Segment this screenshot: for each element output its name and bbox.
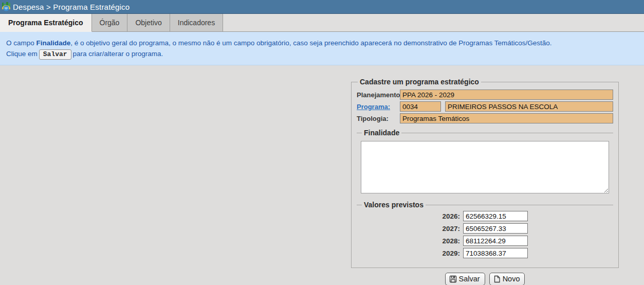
year-label-2029: 2029: (442, 250, 460, 257)
finalidade-legend: Finalidade (362, 129, 401, 137)
save-icon (449, 275, 457, 283)
valor-input-2027[interactable] (463, 223, 528, 234)
banner-text: para criar/alterar o programa. (73, 50, 163, 58)
tipologia-label: Tipologia: (357, 115, 400, 122)
valor-row-2026: 2026: (361, 211, 528, 221)
tab-objetivo[interactable]: Objetivo (127, 14, 170, 31)
app-logo-icon (2, 2, 11, 11)
planejamento-field[interactable] (400, 90, 613, 100)
valores-previstos-legend: Valores previstos (362, 201, 426, 209)
tab-indicadores[interactable]: Indicadores (170, 14, 223, 31)
form-legend: Cadastre um programa estratégico (358, 78, 481, 86)
valores-previstos-fieldset: Valores previstos 2026: 2027: 2028: 2029… (357, 201, 613, 260)
valor-input-2028[interactable] (463, 236, 528, 246)
valor-row-2028: 2028: (361, 236, 528, 246)
info-banner: O campo Finalidade, é o objetivo geral d… (0, 32, 644, 65)
program-form-fieldset: Cadastre um programa estratégico Planeja… (351, 78, 619, 268)
year-label-2027: 2027: (442, 225, 460, 233)
year-label-2028: 2028: (442, 237, 460, 245)
tab-orgao[interactable]: Órgão (92, 14, 128, 31)
tab-bar: Programa Estratégico Órgão Objetivo Indi… (0, 14, 644, 32)
valor-row-2027: 2027: (361, 223, 528, 234)
valor-row-2029: 2029: (361, 248, 528, 258)
banner-bold-finalidade: Finalidade (36, 39, 71, 47)
planejamento-label: Planejamento: (357, 91, 400, 99)
info-banner-line1: O campo Finalidade, é o objetivo geral d… (6, 38, 638, 48)
salvar-button-label: Salvar (459, 275, 480, 283)
banner-text: O campo (6, 39, 36, 47)
banner-text: Clique em (6, 50, 38, 58)
programa-code-field[interactable] (400, 101, 441, 112)
content-area: Cadastre um programa estratégico Planeja… (0, 65, 644, 285)
programa-link[interactable]: Programa: (357, 103, 400, 111)
form-actions: Salvar Novo (351, 273, 619, 285)
planejamento-row: Planejamento: (357, 90, 613, 100)
finalidade-fieldset: Finalidade (357, 129, 613, 195)
banner-text: , é o objetivo geral do programa, o mesm… (70, 39, 551, 47)
novo-button-label: Novo (503, 275, 520, 283)
info-banner-line2: Clique emSalvarpara criar/alterar o prog… (6, 48, 638, 60)
breadcrumb: Despesa > Programa Estratégico (13, 3, 130, 11)
novo-button[interactable]: Novo (489, 273, 525, 285)
valor-input-2029[interactable] (463, 248, 528, 258)
salvar-key-hint: Salvar (39, 49, 71, 60)
tab-programa-estrategico[interactable]: Programa Estratégico (0, 14, 92, 32)
new-document-icon (493, 275, 501, 283)
programa-row: Programa: (357, 101, 613, 112)
programa-name-field[interactable] (445, 101, 613, 112)
year-label-2026: 2026: (442, 212, 460, 220)
top-bar: Despesa > Programa Estratégico (0, 0, 644, 14)
tipologia-field[interactable] (400, 113, 613, 123)
tipologia-row: Tipologia: (357, 113, 613, 123)
valor-input-2026[interactable] (463, 211, 528, 221)
salvar-button[interactable]: Salvar (445, 273, 485, 285)
finalidade-textarea[interactable] (361, 141, 609, 193)
